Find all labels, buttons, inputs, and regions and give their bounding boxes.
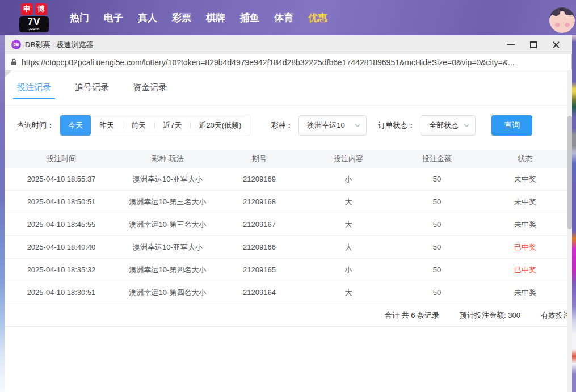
- record-tab[interactable]: 追号记录: [75, 70, 109, 105]
- cell-game-play: 澳洲幸运10-第四名大小: [118, 288, 217, 298]
- browser-window-title: DB彩票 - 极速浏览器: [25, 40, 94, 50]
- record-tab[interactable]: 资金记录: [133, 70, 167, 105]
- cell-issue: 21209165: [217, 265, 301, 274]
- cell-game-play: 澳洲幸运10-第四名大小: [118, 265, 217, 275]
- cell-issue: 21209164: [217, 288, 301, 297]
- cell-issue: 21209167: [217, 220, 301, 229]
- cell-bet-content: 大: [301, 220, 396, 230]
- cell-bet-amount: 50: [396, 243, 478, 251]
- table-row: 2025-04-10 18:30:51 澳洲幸运10-第四名大小 2120916…: [5, 281, 572, 304]
- nav-menu-item[interactable]: 电子: [96, 11, 131, 24]
- cell-status: 未中奖: [478, 220, 572, 230]
- table-header-row: 投注时间 彩种-玩法 期号 投注内容 投注金额 状态: [5, 150, 572, 168]
- order-status-label: 订单状态：: [378, 120, 415, 130]
- time-range-option[interactable]: 昨天: [91, 115, 123, 136]
- browser-window: DB DB彩票 - 极速浏览器 https://ctopcp02pcali.ue…: [5, 35, 572, 392]
- record-tabs: 投注记录 追号记录 资金记录: [5, 70, 572, 106]
- logo-7v-text: 7V: [28, 17, 41, 27]
- cell-status: 未中奖: [478, 197, 572, 207]
- record-tab[interactable]: 投注记录: [17, 70, 51, 105]
- logo-com-text: .com: [29, 27, 40, 31]
- summary-expected-amount: 预计投注金额: 300: [460, 310, 520, 321]
- cell-bet-amount: 50: [396, 175, 478, 183]
- cell-game-play: 澳洲幸运10-亚军大小: [118, 174, 217, 184]
- cell-bet-amount: 50: [396, 220, 478, 229]
- background-page-right-edge: [572, 35, 576, 392]
- cell-bet-time: 2025-04-10 18:55:37: [5, 175, 118, 183]
- time-range-option[interactable]: 前天: [123, 115, 154, 136]
- header-issue: 期号: [217, 154, 301, 164]
- nav-menu-item[interactable]: 体育: [267, 11, 301, 24]
- page-content: 投注记录 追号记录 资金记录 查询时间： 今天 昨天 前天 近7天 近20天(低…: [5, 70, 572, 392]
- table-row: 2025-04-10 18:35:32 澳洲幸运10-第四名大小 2120916…: [5, 259, 572, 281]
- search-button[interactable]: 查询: [491, 115, 532, 136]
- cell-bet-amount: 50: [396, 288, 478, 297]
- chevron-down-icon: [464, 124, 469, 128]
- header-bet-amount: 投注金额: [396, 154, 478, 164]
- window-controls: [499, 35, 567, 54]
- summary-total-records: 合计 共 6 条记录: [385, 310, 439, 321]
- nav-menu-item[interactable]: 热门: [62, 11, 96, 24]
- order-status-value: 全部状态: [429, 120, 459, 130]
- user-avatar[interactable]: [549, 7, 575, 33]
- scrollbar-thumb[interactable]: [567, 116, 572, 229]
- site-logo[interactable]: 申 博 7V .com: [19, 3, 49, 32]
- nav-menu-item[interactable]: 真人: [131, 11, 165, 24]
- cell-bet-content: 小: [301, 265, 396, 275]
- nav-menu-item[interactable]: 捕鱼: [233, 11, 267, 24]
- cell-bet-content: 小: [301, 174, 396, 184]
- browser-scrollbar[interactable]: [567, 70, 572, 392]
- corner-fold-decoration: [5, 70, 12, 78]
- cell-bet-time: 2025-04-10 18:35:32: [5, 265, 118, 274]
- cell-issue: 21209168: [217, 197, 301, 206]
- cell-issue: 21209166: [217, 243, 301, 251]
- cell-game-play: 澳洲幸运10-第三名大小: [118, 197, 217, 207]
- query-time-label: 查询时间：: [17, 120, 54, 130]
- lottery-type-label: 彩种：: [271, 120, 293, 130]
- site-nav-menu: 热门 电子 真人 彩票 棋牌 捕鱼 体育 优惠: [62, 11, 335, 24]
- minimize-button[interactable]: [499, 35, 522, 54]
- cell-status: 已中奖: [478, 265, 572, 275]
- close-icon: [552, 41, 560, 49]
- cell-status: 已中奖: [478, 242, 572, 252]
- filter-bar: 查询时间： 今天 昨天 前天 近7天 近20天(低频) 彩种： 澳洲幸运10: [17, 115, 572, 136]
- cell-issue: 21209169: [217, 175, 301, 183]
- close-button[interactable]: [545, 35, 567, 54]
- nav-menu-item[interactable]: 棋牌: [199, 11, 233, 24]
- minimize-icon: [507, 44, 515, 45]
- nav-menu-item[interactable]: 彩票: [165, 11, 199, 24]
- cell-bet-content: 大: [301, 288, 396, 298]
- table-row: 2025-04-10 18:40:40 澳洲幸运10-亚军大小 21209166…: [5, 236, 572, 259]
- cell-bet-time: 2025-04-10 18:50:51: [5, 197, 118, 206]
- cell-bet-amount: 50: [396, 197, 478, 206]
- order-status-select[interactable]: 全部状态: [421, 115, 476, 136]
- logo-7v-block: 7V .com: [19, 16, 49, 32]
- logo-char-shen: 申: [21, 3, 33, 15]
- logo-char-bo: 博: [35, 3, 47, 15]
- address-bar[interactable]: https://ctopcp02pcali.uengi5e.com/lotter…: [5, 54, 572, 70]
- table-row: 2025-04-10 18:45:55 澳洲幸运10-第三名大小 2120916…: [5, 213, 572, 236]
- maximize-icon: [530, 41, 537, 48]
- time-range-option[interactable]: 近20天(低频): [190, 115, 250, 136]
- time-range-option[interactable]: 近7天: [154, 115, 190, 136]
- maximize-button[interactable]: [522, 35, 545, 54]
- cell-bet-time: 2025-04-10 18:45:55: [5, 220, 118, 229]
- background-page-left-edge: [0, 35, 5, 392]
- header-status: 状态: [478, 154, 572, 164]
- lottery-type-select[interactable]: 澳洲幸运10: [298, 115, 367, 136]
- cell-game-play: 澳洲幸运10-亚军大小: [118, 242, 217, 252]
- cell-status: 未中奖: [478, 288, 572, 298]
- cell-status: 未中奖: [478, 174, 572, 184]
- bet-record-table: 投注时间 彩种-玩法 期号 投注内容 投注金额 状态 2025-04-10 18…: [5, 150, 572, 327]
- logo-badges: 申 博: [21, 3, 47, 15]
- url-text: https://ctopcp02pcali.uengi5e.com/lotter…: [22, 58, 515, 67]
- chevron-down-icon: [355, 124, 360, 128]
- time-range-option[interactable]: 今天: [60, 115, 91, 136]
- lock-icon: [11, 58, 17, 66]
- cell-bet-content: 大: [301, 197, 396, 207]
- header-bet-content: 投注内容: [301, 154, 396, 164]
- browser-titlebar[interactable]: DB DB彩票 - 极速浏览器: [5, 35, 572, 54]
- nav-menu-item[interactable]: 优惠: [301, 11, 335, 24]
- time-range-group: 今天 昨天 前天 近7天 近20天(低频): [60, 115, 250, 136]
- table-summary-row: 合计 共 6 条记录 预计投注金额: 300 有效投注金: [5, 304, 572, 327]
